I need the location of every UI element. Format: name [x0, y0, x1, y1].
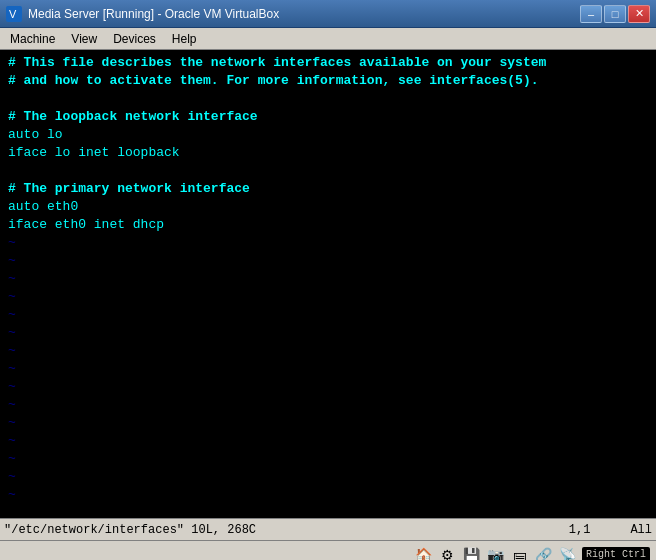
close-button[interactable]: ✕ [628, 5, 650, 23]
taskbar-icon-4[interactable]: 📷 [486, 545, 506, 561]
window-controls: – □ ✕ [580, 5, 650, 23]
terminal-line: # The loopback network interface [8, 108, 648, 126]
taskbar-icon-5[interactable]: 🖴 [510, 545, 530, 561]
terminal-line: ~ [8, 450, 648, 468]
terminal-line: iface eth0 inet dhcp [8, 216, 648, 234]
menu-help[interactable]: Help [164, 30, 205, 48]
terminal-line: ~ [8, 414, 648, 432]
terminal[interactable]: # This file describes the network interf… [0, 50, 656, 518]
terminal-line: ~ [8, 252, 648, 270]
terminal-line [8, 90, 648, 108]
menu-view[interactable]: View [63, 30, 105, 48]
status-position: 1,1 All [569, 523, 652, 537]
taskbar-icon-2[interactable]: ⚙ [438, 545, 458, 561]
menu-machine[interactable]: Machine [2, 30, 63, 48]
terminal-line: ~ [8, 468, 648, 486]
terminal-line: ~ [8, 360, 648, 378]
statusbar: "/etc/network/interfaces" 10L, 268C 1,1 … [0, 518, 656, 540]
terminal-line: ~ [8, 486, 648, 504]
taskbar-icon-3[interactable]: 💾 [462, 545, 482, 561]
terminal-line: # and how to activate them. For more inf… [8, 72, 648, 90]
minimize-button[interactable]: – [580, 5, 602, 23]
terminal-line: ~ [8, 324, 648, 342]
window-title: Media Server [Running] - Oracle VM Virtu… [28, 7, 580, 21]
terminal-line: ~ [8, 432, 648, 450]
taskbar: 🏠 ⚙ 💾 📷 🖴 🔗 📡 Right Ctrl [0, 540, 656, 560]
status-file-info: "/etc/network/interfaces" 10L, 268C [4, 523, 569, 537]
view-mode: All [630, 523, 652, 537]
terminal-line: ~ [8, 234, 648, 252]
app-icon: V [6, 6, 22, 22]
terminal-line: auto eth0 [8, 198, 648, 216]
taskbar-icon-6[interactable]: 🔗 [534, 545, 554, 561]
terminal-line [8, 162, 648, 180]
terminal-line: ~ [8, 306, 648, 324]
terminal-line: ~ [8, 288, 648, 306]
terminal-line: ~ [8, 396, 648, 414]
svg-text:V: V [9, 8, 17, 20]
terminal-line: ~ [8, 378, 648, 396]
terminal-line: iface lo inet loopback [8, 144, 648, 162]
menubar: Machine View Devices Help [0, 28, 656, 50]
taskbar-icon-1[interactable]: 🏠 [414, 545, 434, 561]
terminal-line: ~ [8, 342, 648, 360]
terminal-line: # This file describes the network interf… [8, 54, 648, 72]
maximize-button[interactable]: □ [604, 5, 626, 23]
terminal-line: # The primary network interface [8, 180, 648, 198]
menu-devices[interactable]: Devices [105, 30, 164, 48]
terminal-line: ~ [8, 270, 648, 288]
titlebar: V Media Server [Running] - Oracle VM Vir… [0, 0, 656, 28]
terminal-line: auto lo [8, 126, 648, 144]
cursor-position: 1,1 [569, 523, 591, 537]
taskbar-icon-network[interactable]: 📡 [558, 545, 578, 561]
right-ctrl-label: Right Ctrl [582, 547, 650, 560]
